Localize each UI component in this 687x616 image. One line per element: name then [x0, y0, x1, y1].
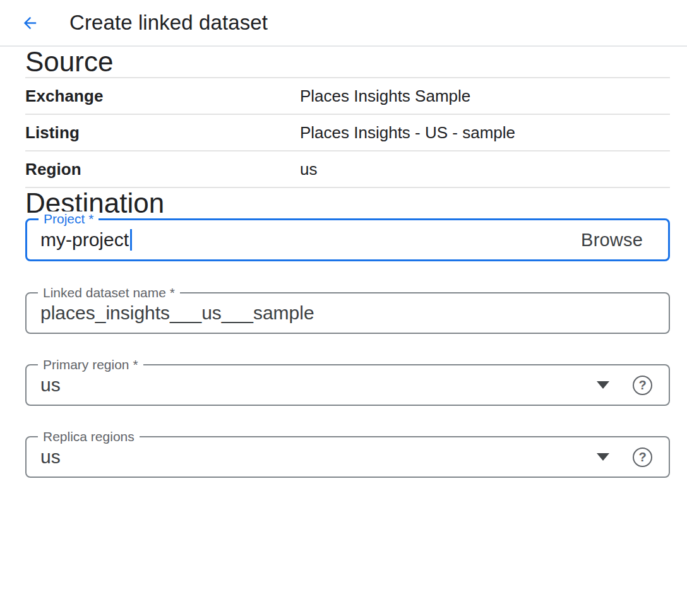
text-cursor	[130, 229, 132, 251]
row-value: Places Insights - US - sample	[300, 123, 515, 143]
row-label: Exchange	[25, 86, 300, 106]
primary-region-value[interactable]: us	[40, 374, 597, 396]
project-input-value[interactable]: my-project	[40, 229, 129, 251]
browse-button[interactable]: Browse	[581, 230, 643, 251]
chevron-down-icon[interactable]	[597, 453, 609, 461]
linked-dataset-name-field[interactable]: Linked dataset name * places_insights___…	[25, 292, 670, 334]
project-field[interactable]: Project * my-project Browse	[25, 218, 670, 261]
replica-regions-label: Replica regions	[38, 429, 140, 444]
linked-dataset-name-value[interactable]: places_insights___us___sample	[40, 302, 314, 324]
replica-regions-value[interactable]: us	[40, 446, 597, 468]
help-icon[interactable]: ?	[633, 447, 652, 467]
header: Create linked dataset	[0, 0, 687, 47]
row-label: Listing	[25, 123, 300, 143]
page-title: Create linked dataset	[69, 11, 268, 35]
table-row-region: Region us	[25, 151, 670, 188]
table-row-exchange: Exchange Places Insights Sample	[25, 78, 670, 115]
primary-region-label: Primary region *	[38, 357, 143, 372]
source-heading: Source	[25, 47, 670, 77]
primary-region-select[interactable]: Primary region * us ?	[25, 364, 670, 406]
arrow-back-icon	[21, 14, 39, 32]
row-value: us	[300, 160, 317, 179]
chevron-down-icon[interactable]	[597, 381, 609, 389]
project-field-label: Project *	[39, 211, 99, 227]
row-value: Places Insights Sample	[300, 86, 470, 106]
content: Source Exchange Places Insights Sample L…	[0, 47, 687, 478]
help-icon[interactable]: ?	[633, 376, 652, 395]
table-row-listing: Listing Places Insights - US - sample	[25, 115, 670, 151]
row-label: Region	[25, 160, 300, 179]
linked-dataset-name-label: Linked dataset name *	[38, 285, 180, 300]
back-button[interactable]	[15, 8, 45, 38]
destination-heading: Destination	[25, 188, 670, 218]
source-table: Exchange Places Insights Sample Listing …	[25, 77, 670, 188]
replica-regions-select[interactable]: Replica regions us ?	[25, 436, 670, 478]
